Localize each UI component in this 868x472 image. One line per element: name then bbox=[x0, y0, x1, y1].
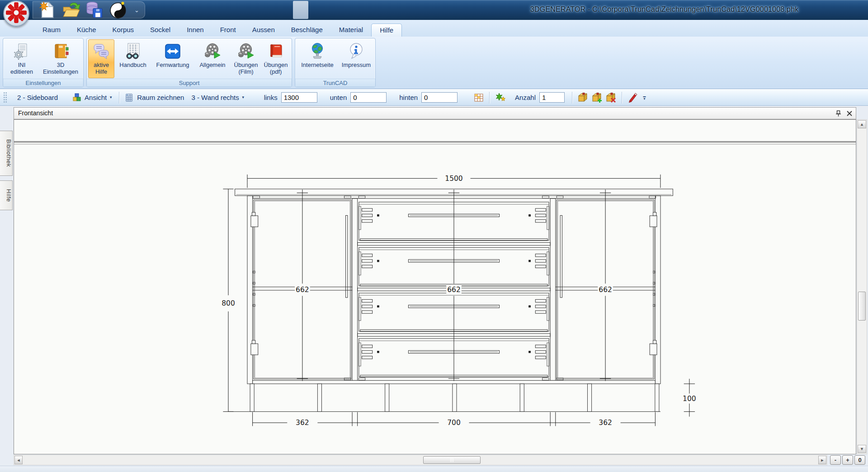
zoom-in-button[interactable]: + bbox=[842, 455, 853, 465]
tab-raum[interactable]: Raum bbox=[34, 24, 69, 37]
panel-title: Frontansicht bbox=[18, 109, 53, 117]
horizontal-scroll-thumb[interactable] bbox=[423, 456, 481, 464]
links-field-label: links bbox=[264, 94, 278, 101]
toolbar-overflow[interactable]: ▬▼ bbox=[643, 95, 646, 100]
unten-field-input[interactable] bbox=[350, 92, 387, 103]
horizontal-scrollbar[interactable]: ◄ ► bbox=[14, 455, 827, 465]
vertical-scrollbar[interactable]: ▲ ▼ bbox=[857, 119, 867, 454]
quick-access-toolbar: ⌄ bbox=[33, 1, 145, 19]
ribbon-button-fernwartung[interactable]: Fernwartung bbox=[151, 39, 194, 78]
zoom-out-button[interactable]: - bbox=[830, 455, 841, 465]
save-database-icon[interactable] bbox=[85, 1, 104, 19]
hinten-field: hinten bbox=[399, 92, 458, 103]
new-file-icon[interactable] bbox=[38, 1, 57, 19]
unten-field: unten bbox=[330, 92, 387, 103]
unten-field-label: unten bbox=[330, 94, 347, 101]
tab-küche[interactable]: Küche bbox=[69, 24, 104, 37]
application-menu-button[interactable] bbox=[3, 0, 29, 27]
tab-innen[interactable]: Innen bbox=[179, 24, 212, 37]
status-bar bbox=[0, 466, 868, 472]
render-button[interactable] bbox=[495, 92, 506, 103]
scroll-up-button[interactable]: ▲ bbox=[858, 120, 866, 128]
ribbon-button--bungen-pdf-[interactable]: Übungen (pdf) bbox=[261, 39, 290, 78]
ribbon-button-impressum[interactable]: Impressum bbox=[339, 39, 374, 78]
anzahl-field-label: Anzahl bbox=[515, 94, 536, 101]
info-bubble-icon bbox=[348, 41, 365, 61]
window-glare bbox=[293, 1, 308, 19]
ribbon-group-label: TrunCAD bbox=[295, 79, 375, 87]
window-title: 3DGENERATOR - C:\Corpora\TrunCad\Zeichnu… bbox=[530, 5, 798, 14]
frontansicht-drawing: 1500800662662662100362700362 bbox=[14, 120, 856, 454]
svg-text:362: 362 bbox=[296, 419, 309, 427]
tab-beschläge[interactable]: Beschläge bbox=[283, 24, 331, 37]
red-book-icon bbox=[267, 41, 284, 61]
zoom-reset-button[interactable]: 0 bbox=[854, 455, 865, 465]
teamviewer-icon bbox=[164, 41, 181, 61]
ribbon-button-label: 3D Einstellungen bbox=[43, 61, 78, 75]
room-grid-icon bbox=[124, 93, 134, 103]
ribbon-button-label: Übungen (pdf) bbox=[264, 61, 288, 75]
open-folder-icon[interactable] bbox=[62, 1, 80, 19]
ribbon-button-label: Fernwartung bbox=[156, 61, 189, 68]
svg-text:100: 100 bbox=[683, 395, 696, 403]
ribbon-button-handbuch[interactable]: Handbuch bbox=[115, 39, 151, 78]
manual-binoculars-icon bbox=[124, 41, 142, 61]
qat-overflow-chevron[interactable]: ⌄ bbox=[134, 7, 139, 14]
svg-text:362: 362 bbox=[599, 419, 612, 427]
ribbon-button-ini-editieren[interactable]: INI editieren bbox=[5, 39, 39, 78]
close-icon[interactable] bbox=[847, 111, 852, 116]
ribbon-button-allgemein[interactable]: Allgemein bbox=[194, 39, 231, 78]
ribbon-button--bungen-film-[interactable]: Übungen (Film) bbox=[231, 39, 261, 78]
title-bar: ⌄ 3DGENERATOR - C:\Corpora\TrunCad\Zeich… bbox=[0, 0, 868, 20]
ribbon-tab-bar: RaumKücheKorpusSockelInnenFrontAussenBes… bbox=[0, 20, 868, 37]
grid-toggle-button[interactable] bbox=[474, 93, 484, 103]
ansicht-dropdown[interactable]: Ansicht▼ bbox=[72, 93, 113, 102]
scroll-down-button[interactable]: ▼ bbox=[858, 445, 866, 453]
side-tab-hilfe[interactable]: Hilfe bbox=[0, 180, 13, 210]
toolbar-grip[interactable] bbox=[3, 92, 7, 104]
korpus-add-button[interactable] bbox=[591, 92, 602, 103]
ribbon-button-aktive-hilfe[interactable]: aktive Hilfe bbox=[88, 39, 114, 78]
ribbon-button-label: Handbuch bbox=[119, 61, 146, 68]
ribbon-button-label: aktive Hilfe bbox=[94, 61, 109, 75]
toolbar: 2 - SideboardAnsicht▼Raum zeichnen3 - Wa… bbox=[0, 89, 868, 106]
scroll-left-button[interactable]: ◄ bbox=[14, 456, 23, 464]
ini-gear-doc-icon bbox=[13, 41, 30, 61]
korpus-button[interactable] bbox=[577, 92, 588, 103]
edit-pen-button[interactable] bbox=[627, 92, 638, 103]
tab-sockel[interactable]: Sockel bbox=[142, 24, 179, 37]
ribbon-group-truncad: Internetseite Impressum TrunCAD bbox=[295, 38, 376, 87]
tab-material[interactable]: Material bbox=[331, 24, 371, 37]
tab-korpus[interactable]: Korpus bbox=[104, 24, 142, 37]
links-field-input[interactable] bbox=[281, 92, 317, 103]
svg-text:700: 700 bbox=[447, 419, 461, 427]
tab-front[interactable]: Front bbox=[212, 24, 244, 37]
tab-aussen[interactable]: Aussen bbox=[244, 24, 283, 37]
wand-dropdown[interactable]: 3 - Wand rechts▼ bbox=[191, 94, 245, 101]
korpus-delete-button[interactable] bbox=[605, 92, 616, 103]
links-field: links bbox=[264, 92, 317, 103]
hinten-field-label: hinten bbox=[399, 94, 418, 101]
anzahl-field: Anzahl bbox=[515, 92, 565, 103]
yin-yang-icon[interactable] bbox=[109, 1, 127, 19]
ribbon-group-label: Support bbox=[87, 79, 292, 87]
drawing-canvas[interactable]: 1500800662662662100362700362 bbox=[14, 119, 856, 454]
panel-header: Frontansicht bbox=[14, 107, 856, 119]
ribbon-button-internetseite[interactable]: Internetseite bbox=[297, 39, 338, 78]
svg-text:662: 662 bbox=[296, 286, 309, 294]
side-tab-bibliothek[interactable]: Bibliothek bbox=[0, 131, 13, 176]
ribbon-button-label: Impressum bbox=[342, 61, 371, 68]
anzahl-field-input[interactable] bbox=[539, 92, 565, 103]
pin-icon[interactable] bbox=[835, 110, 841, 117]
toolbar-separator bbox=[622, 92, 623, 104]
tab-hilfe[interactable]: Hilfe bbox=[371, 24, 402, 37]
raum-zeichnen-button[interactable]: Raum zeichnen bbox=[124, 93, 184, 103]
hinten-field-input[interactable] bbox=[421, 92, 458, 103]
ribbon-button-3d-einstellungen[interactable]: 3D Einstellungen bbox=[39, 39, 82, 78]
speech-bubbles-icon bbox=[93, 41, 110, 61]
ribbon-button-label: Internetseite bbox=[301, 61, 334, 68]
svg-text:1500: 1500 bbox=[445, 175, 462, 183]
vertical-scroll-thumb[interactable] bbox=[858, 292, 866, 321]
scroll-right-button[interactable]: ► bbox=[818, 456, 826, 464]
ribbon-group-label: Einstellungen bbox=[3, 79, 83, 87]
